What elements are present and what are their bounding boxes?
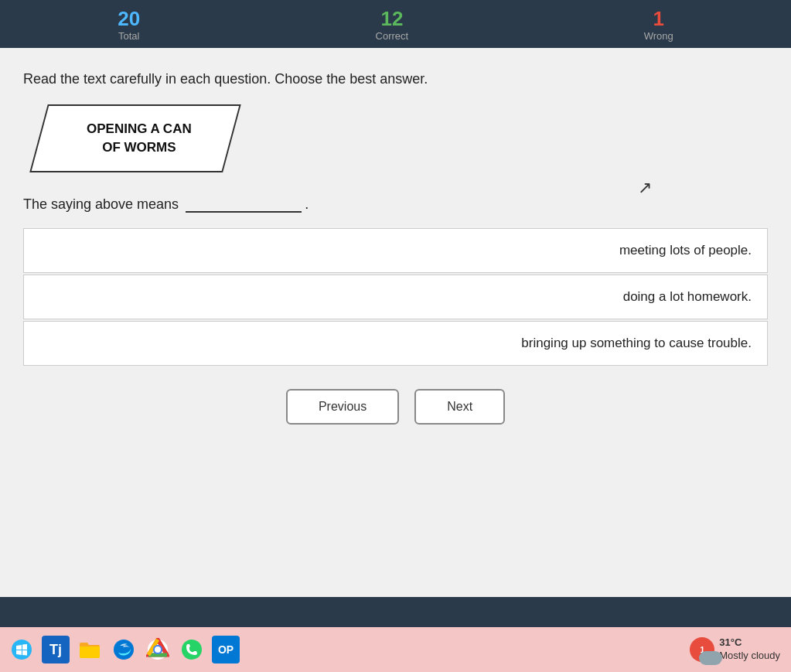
edge-icon[interactable] — [110, 636, 138, 663]
wrong-value: 1 — [644, 8, 673, 30]
answer-text-2: doing a lot homework. — [623, 289, 752, 304]
taskbar: Tj — [0, 627, 791, 672]
previous-button[interactable]: Previous — [286, 389, 399, 425]
vocab-card-text: OPENING A CAN OF WORMS — [87, 120, 192, 157]
total-value: 20 — [118, 8, 140, 30]
stat-correct: 12 Correct — [376, 8, 409, 42]
main-content: Read the text carefully in each question… — [0, 48, 791, 597]
cloud-icon — [699, 651, 722, 665]
chrome-icon[interactable] — [144, 636, 172, 663]
svg-point-1 — [114, 640, 134, 660]
folder-icon[interactable] — [76, 636, 104, 663]
question-blank — [186, 195, 302, 213]
correct-value: 12 — [376, 8, 409, 30]
stats-bar: 20 Total 12 Correct 1 Wrong — [0, 0, 791, 48]
answer-text-1: meeting lots of people. — [619, 243, 752, 258]
stat-total: 20 Total — [118, 8, 140, 42]
windows-icon[interactable] — [8, 636, 36, 663]
card-line1: OPENING A CAN — [87, 121, 192, 136]
answer-options: meeting lots of people. doing a lot home… — [23, 228, 768, 366]
question-prefix: The saying above means — [23, 196, 179, 212]
weather-widget: 1 31°C Mostly cloudy — [690, 636, 780, 663]
wrong-label: Wrong — [644, 30, 673, 42]
answer-option-1[interactable]: meeting lots of people. — [23, 228, 768, 273]
weather-info: 31°C Mostly cloudy — [719, 636, 780, 663]
answer-option-3[interactable]: bringing up something to cause trouble. — [23, 321, 768, 366]
op-icon[interactable]: OP — [212, 636, 240, 663]
weather-condition: Mostly cloudy — [719, 650, 780, 663]
answer-text-3: bringing up something to cause trouble. — [521, 336, 752, 350]
correct-label: Correct — [376, 30, 409, 42]
weather-temp: 31°C — [719, 636, 780, 650]
answer-option-2[interactable]: doing a lot homework. — [23, 275, 768, 319]
card-line2: OF WORMS — [102, 139, 176, 154]
question-text: The saying above means . — [23, 195, 768, 213]
tj-icon[interactable]: Tj — [42, 636, 70, 663]
taskbar-icons: Tj — [8, 636, 240, 663]
nav-buttons: Previous Next — [23, 389, 768, 425]
total-label: Total — [118, 30, 140, 42]
svg-point-6 — [182, 640, 202, 660]
next-button[interactable]: Next — [414, 389, 505, 425]
instruction-text: Read the text carefully in each question… — [23, 71, 768, 87]
vocab-card: OPENING A CAN OF WORMS — [29, 104, 240, 172]
svg-point-5 — [155, 646, 161, 653]
stat-wrong: 1 Wrong — [644, 8, 673, 42]
whatsapp-icon[interactable] — [178, 636, 206, 663]
vocab-card-container: OPENING A CAN OF WORMS — [39, 104, 768, 172]
